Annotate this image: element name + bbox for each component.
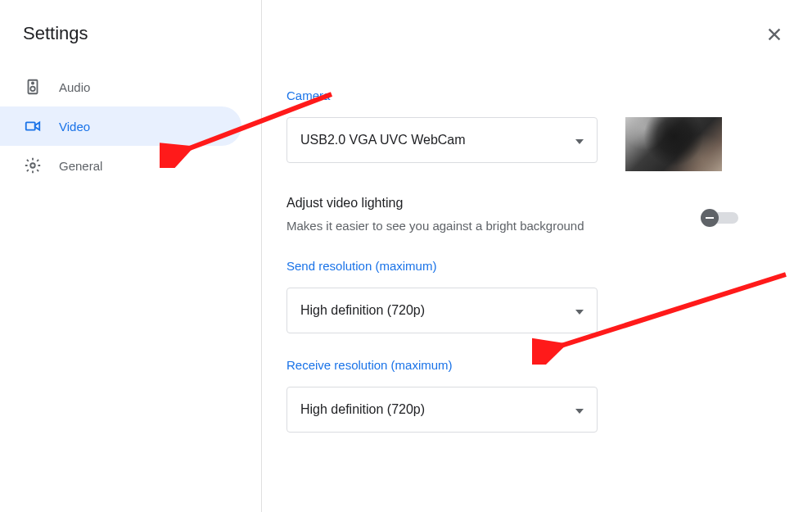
send-resolution-dropdown[interactable]: High definition (720p) [286,288,598,333]
svg-point-4 [30,163,35,168]
chevron-down-icon [575,133,584,147]
chevron-down-icon [575,303,584,318]
close-button[interactable] [761,23,787,49]
lighting-section: Adjust video lighting Makes it easier to… [286,196,786,234]
send-resolution-label: Send resolution (maximum) [286,259,786,273]
gear-icon [23,156,43,175]
send-resolution-section: Send resolution (maximum) High definitio… [286,259,786,333]
camera-label: Camera [286,88,786,102]
sidebar-item-label: Video [59,120,90,134]
speaker-icon [23,77,43,97]
svg-rect-3 [26,122,35,129]
sidebar: Settings Audio Video [0,0,262,512]
receive-resolution-section: Receive resolution (maximum) High defini… [286,358,786,433]
svg-point-2 [30,87,35,92]
close-icon [765,25,783,47]
chevron-down-icon [575,402,584,417]
lighting-toggle[interactable] [702,211,738,225]
toggle-thumb [701,209,719,227]
sidebar-item-video[interactable]: Video [0,106,241,146]
lighting-heading: Adjust video lighting [286,196,584,211]
camera-section: Camera USB2.0 VGA UVC WebCam [286,88,786,171]
send-resolution-value: High definition (720p) [300,303,425,318]
sidebar-item-audio[interactable]: Audio [0,67,241,106]
camera-preview [625,117,722,171]
settings-title: Settings [0,23,261,67]
svg-point-1 [32,82,34,84]
receive-resolution-dropdown[interactable]: High definition (720p) [286,387,598,433]
minus-icon [706,217,714,219]
camera-dropdown[interactable]: USB2.0 VGA UVC WebCam [286,117,598,163]
sidebar-item-general[interactable]: General [0,146,241,185]
camera-dropdown-value: USB2.0 VGA UVC WebCam [300,133,466,147]
lighting-description: Makes it easier to see you against a bri… [286,217,584,234]
receive-resolution-value: High definition (720p) [300,402,425,417]
receive-resolution-label: Receive resolution (maximum) [286,358,786,372]
settings-dialog: Settings Audio Video [0,0,812,512]
sidebar-item-label: General [59,159,102,173]
main-panel: Camera USB2.0 VGA UVC WebCam Adjust vide… [262,0,812,512]
sidebar-item-label: Audio [59,80,90,94]
video-camera-icon [23,116,43,136]
